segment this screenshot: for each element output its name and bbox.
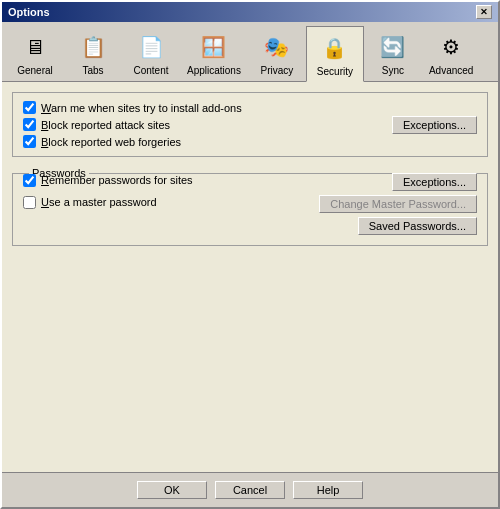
window-title: Options	[8, 6, 50, 18]
tab-tabs-label: Tabs	[82, 65, 103, 76]
tab-sync[interactable]: 🔄 Sync	[364, 26, 422, 81]
tab-applications-label: Applications	[187, 65, 241, 76]
passwords-section: Passwords Remember passwords for sites E…	[12, 167, 488, 246]
bottom-bar: OK Cancel Help	[2, 472, 498, 507]
sync-icon: 🔄	[377, 31, 409, 63]
applications-icon: 🪟	[198, 31, 230, 63]
warn-addons-row: Warn me when sites try to install add-on…	[23, 101, 477, 148]
remember-passwords-row: Remember passwords for sites Exceptions.…	[23, 173, 477, 191]
warn-checks: Warn me when sites try to install add-on…	[23, 101, 242, 148]
content-icon: 📄	[135, 31, 167, 63]
use-master-row: Use a master password Change Master Pass…	[23, 195, 477, 213]
cancel-button[interactable]: Cancel	[215, 481, 285, 499]
title-bar-text: Options	[8, 6, 50, 18]
privacy-icon: 🎭	[261, 31, 293, 63]
tab-applications[interactable]: 🪟 Applications	[180, 26, 248, 81]
block-forgeries-checkbox[interactable]	[23, 135, 36, 148]
tab-general-label: General	[17, 65, 53, 76]
use-master-checkbox[interactable]	[23, 196, 36, 209]
tab-advanced[interactable]: ⚙ Advanced	[422, 26, 480, 81]
change-master-button[interactable]: Change Master Password...	[319, 195, 477, 213]
warn-addons-checkbox[interactable]	[23, 101, 36, 114]
block-forgeries-text: lock reported web forgeries	[48, 136, 181, 148]
help-button[interactable]: Help	[293, 481, 363, 499]
ok-button[interactable]: OK	[137, 481, 207, 499]
warn-addons-label[interactable]: Warn me when sites try to install add-on…	[41, 102, 242, 114]
warn-addons-text: arn me when sites try to install add-ons	[51, 102, 242, 114]
passwords-exceptions-button[interactable]: Exceptions...	[392, 173, 477, 191]
tab-content[interactable]: 📄 Content	[122, 26, 180, 81]
block-attack-label[interactable]: Block reported attack sites	[41, 119, 170, 131]
tab-sync-label: Sync	[382, 65, 404, 76]
close-button[interactable]: ✕	[476, 5, 492, 19]
addons-exceptions-button[interactable]: Exceptions...	[392, 116, 477, 134]
addons-section: Warn me when sites try to install add-on…	[12, 92, 488, 157]
tab-security[interactable]: 🔒 Security	[306, 26, 364, 82]
content-area: Warn me when sites try to install add-on…	[2, 82, 498, 472]
use-master-text: se a master password	[49, 196, 157, 208]
block-attack-checkbox-row: Block reported attack sites	[23, 118, 242, 131]
tab-content-label: Content	[133, 65, 168, 76]
tab-privacy[interactable]: 🎭 Privacy	[248, 26, 306, 81]
tab-privacy-label: Privacy	[261, 65, 294, 76]
use-master-checkbox-row: Use a master password	[23, 196, 157, 209]
tab-security-label: Security	[317, 66, 353, 77]
remember-passwords-checkbox-row: Remember passwords for sites	[23, 174, 193, 187]
remember-passwords-label[interactable]: Remember passwords for sites	[41, 174, 193, 186]
tab-general[interactable]: 🖥 General	[6, 26, 64, 81]
toolbar: 🖥 General 📋 Tabs 📄 Content 🪟 Application…	[2, 22, 498, 82]
security-icon: 🔒	[319, 32, 351, 64]
remember-passwords-checkbox[interactable]	[23, 174, 36, 187]
warn-addons-checkbox-row: Warn me when sites try to install add-on…	[23, 101, 242, 114]
tab-advanced-label: Advanced	[429, 65, 473, 76]
saved-passwords-button[interactable]: Saved Passwords...	[358, 217, 477, 235]
block-attack-text: lock reported attack sites	[48, 119, 170, 131]
tab-tabs[interactable]: 📋 Tabs	[64, 26, 122, 81]
saved-passwords-row: Saved Passwords...	[23, 217, 477, 235]
advanced-icon: ⚙	[435, 31, 467, 63]
tabs-icon: 📋	[77, 31, 109, 63]
general-icon: 🖥	[19, 31, 51, 63]
title-bar: Options ✕	[2, 2, 498, 22]
spacer	[12, 254, 488, 462]
block-forgeries-checkbox-row: Block reported web forgeries	[23, 135, 242, 148]
options-window: Options ✕ 🖥 General 📋 Tabs 📄 Content 🪟 A…	[0, 0, 500, 509]
passwords-content: Remember passwords for sites Exceptions.…	[23, 173, 477, 235]
block-forgeries-label[interactable]: Block reported web forgeries	[41, 136, 181, 148]
block-attack-checkbox[interactable]	[23, 118, 36, 131]
use-master-label[interactable]: Use a master password	[41, 196, 157, 208]
remember-passwords-text: emember passwords for sites	[49, 174, 193, 186]
